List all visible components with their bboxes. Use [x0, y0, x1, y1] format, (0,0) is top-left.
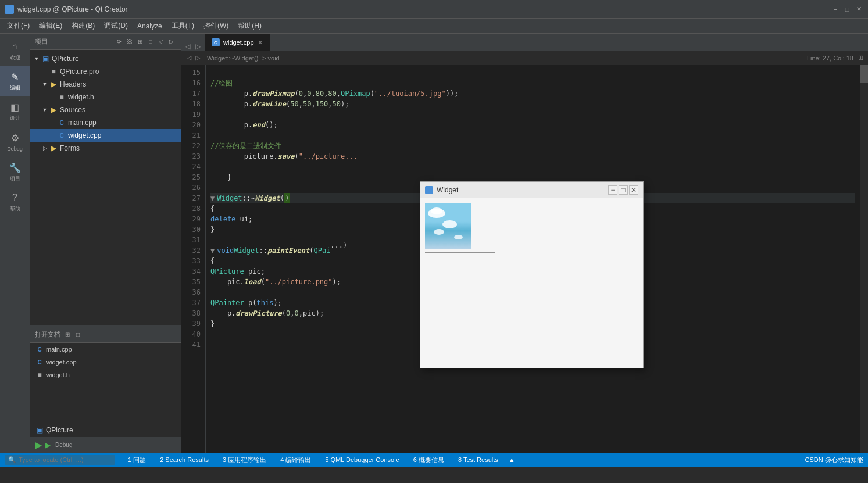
app-icon: [5, 5, 14, 14]
tree-item-widget-cpp[interactable]: ▷ C widget.cpp: [30, 129, 181, 142]
menu-file[interactable]: 文件(F): [2, 20, 34, 32]
file-panel-bottom: 打开文档 ⊞ □ C main.cpp C widget.cpp ■ widge…: [30, 325, 181, 453]
code-line-24: [210, 162, 855, 172]
sky-background: [425, 203, 471, 249]
widget-title-text: Widget: [437, 186, 607, 194]
loc-forward-btn[interactable]: ▷: [194, 54, 201, 62]
sidebar-item-debug[interactable]: ⚙ Debug: [0, 127, 30, 157]
status-tab-summary[interactable]: 6 概要信息: [408, 453, 450, 467]
tab-nav-back[interactable]: ◁: [184, 42, 192, 51]
status-tab-search[interactable]: 2 Search Results: [154, 453, 215, 467]
expand-forms: ▷: [41, 144, 49, 152]
tab-widget-cpp[interactable]: C widget.cpp ✕: [205, 34, 270, 51]
status-search-box[interactable]: 🔍: [5, 455, 115, 465]
open-docs-qpicture: QPicture: [46, 426, 73, 434]
prev-button[interactable]: ◁: [156, 37, 166, 46]
expand-btn[interactable]: ⊞: [858, 54, 863, 62]
sidebar-item-welcome-label: 欢迎: [10, 54, 20, 62]
sidebar-item-design[interactable]: ◧ 设计: [0, 96, 30, 127]
status-tab-issues[interactable]: 1 问题: [122, 453, 152, 467]
menu-controls[interactable]: 控件(W): [199, 20, 233, 32]
tab-cpp-icon: C: [212, 38, 220, 46]
close-button[interactable]: ✕: [854, 5, 863, 13]
menu-analyze[interactable]: Analyze: [133, 21, 167, 31]
sync-button[interactable]: ⟳: [115, 37, 124, 46]
open-docs-header: 打开文档 ⊞ □: [30, 327, 181, 343]
status-tab-compile-output[interactable]: 4 编译输出: [274, 453, 317, 467]
expand-arrow-root: ▼: [33, 55, 41, 63]
tree-item-headers[interactable]: ▼ ▶ Headers: [30, 78, 181, 91]
code-editor[interactable]: 15 16 17 18 19 20 21 22 23 24 25 26 27 2…: [181, 65, 868, 453]
code-line-23: picture.save("../picture...: [210, 151, 855, 162]
cursor-position: Line: 27, Col: 18: [807, 55, 853, 62]
open-docs-add-btn[interactable]: ⊞: [63, 330, 72, 339]
sidebar-item-help-label: 帮助: [10, 205, 20, 213]
tabs-bar: ◁ ▷ C widget.cpp ✕: [181, 34, 868, 51]
open-docs-split-btn[interactable]: □: [73, 330, 83, 339]
tree-item-widget-h[interactable]: ▷ ■ widget.h: [30, 91, 181, 103]
code-line-21: [210, 130, 855, 141]
forms-folder-icon: ▶: [49, 144, 58, 153]
open-doc-main-cpp[interactable]: C main.cpp: [30, 343, 181, 356]
icon-sidebar: ⌂ 欢迎 ✎ 编辑 ◧ 设计 ⚙ Debug 🔧 项目 ? 帮助: [0, 34, 30, 453]
welcome-icon: ⌂: [9, 41, 21, 52]
sidebar-item-design-label: 设计: [10, 115, 20, 122]
main-layout: ⌂ 欢迎 ✎ 编辑 ◧ 设计 ⚙ Debug 🔧 项目 ? 帮助 项目 ⟳: [0, 34, 868, 453]
tree-item-qpicture-pro[interactable]: ▷ ■ QPicture.pro: [30, 65, 181, 78]
expand-sources: ▼: [41, 106, 49, 114]
scroll-track[interactable]: [860, 65, 868, 453]
sidebar-item-welcome[interactable]: ⌂ 欢迎: [0, 36, 30, 66]
run-button[interactable]: ▶: [35, 439, 42, 450]
menu-help[interactable]: 帮助(H): [233, 20, 266, 32]
status-tab-qml-debug[interactable]: 5 QML Debugger Console: [319, 453, 405, 467]
title-bar: widget.cpp @ QPicture - Qt Creator − □ ✕: [0, 0, 868, 19]
next-button[interactable]: ▷: [167, 37, 176, 46]
open-doc-widget-h[interactable]: ■ widget.h: [30, 368, 181, 381]
split-button[interactable]: □: [146, 37, 155, 46]
debug-run-button[interactable]: ▶: [45, 441, 51, 449]
expand-headers: ▼: [41, 80, 49, 88]
menu-debug[interactable]: 调试(D): [99, 20, 133, 32]
menu-edit[interactable]: 编辑(E): [34, 20, 67, 32]
tab-nav-forward[interactable]: ▷: [194, 42, 202, 51]
status-tab-app-output[interactable]: 3 应用程序输出: [217, 453, 272, 467]
code-line-19: [210, 109, 855, 120]
code-line-20: p.end();: [210, 120, 855, 130]
sources-folder-icon: ▶: [49, 105, 58, 115]
widget-maximize-btn[interactable]: □: [619, 185, 628, 195]
watermark-text: CSDN @心求知知能: [805, 456, 863, 464]
tree-label-headers: Headers: [60, 80, 86, 88]
open-doc-widget-cpp[interactable]: C widget.cpp: [30, 356, 181, 368]
status-tab-test-results[interactable]: 8 Test Results: [452, 453, 504, 467]
scroll-thumb[interactable]: [860, 65, 868, 83]
menu-tools[interactable]: 工具(T): [167, 20, 199, 32]
link-button[interactable]: ⛓: [125, 37, 134, 46]
tree-label-widget-cpp: widget.cpp: [68, 131, 101, 139]
location-nav: ◁ ▷: [186, 54, 201, 62]
menu-build[interactable]: 构建(B): [67, 20, 99, 32]
sidebar-item-project[interactable]: 🔧 项目: [0, 157, 30, 187]
code-area: ◁ ▷ C widget.cpp ✕ ◁ ▷ Widget::~Widget()…: [181, 34, 868, 453]
tab-close-widget-cpp[interactable]: ✕: [258, 39, 263, 46]
tab-label-widget-cpp: widget.cpp: [223, 39, 254, 46]
add-button[interactable]: ⊞: [135, 37, 145, 46]
status-arrow-up[interactable]: ▲: [506, 456, 517, 463]
widget-image: [425, 203, 471, 249]
tree-root-qpicture[interactable]: ▼ ▣ QPicture: [30, 52, 181, 65]
title-bar-controls: − □ ✕: [831, 5, 863, 13]
loc-back-btn[interactable]: ◁: [186, 54, 193, 62]
tree-item-sources[interactable]: ▼ ▶ Sources: [30, 103, 181, 116]
sidebar-item-edit[interactable]: ✎ 编辑: [0, 66, 30, 96]
maximize-button[interactable]: □: [842, 5, 852, 13]
status-bar: 🔍 1 问题 2 Search Results 3 应用程序输出 4 编译输出 …: [0, 453, 868, 467]
minimize-button[interactable]: −: [831, 5, 840, 13]
tree-item-forms[interactable]: ▷ ▶ Forms: [30, 142, 181, 155]
search-input[interactable]: [19, 456, 112, 463]
sidebar-item-help[interactable]: ? 帮助: [0, 187, 30, 217]
widget-close-btn[interactable]: ✕: [629, 185, 638, 195]
tree-label-main-cpp: main.cpp: [68, 119, 97, 127]
widget-minimize-btn[interactable]: −: [608, 185, 617, 195]
tree-item-main-cpp[interactable]: ▷ C main.cpp: [30, 116, 181, 129]
file-panel-header: 项目 ⟳ ⛓ ⊞ □ ◁ ▷: [30, 34, 181, 50]
help-icon: ?: [9, 192, 21, 203]
